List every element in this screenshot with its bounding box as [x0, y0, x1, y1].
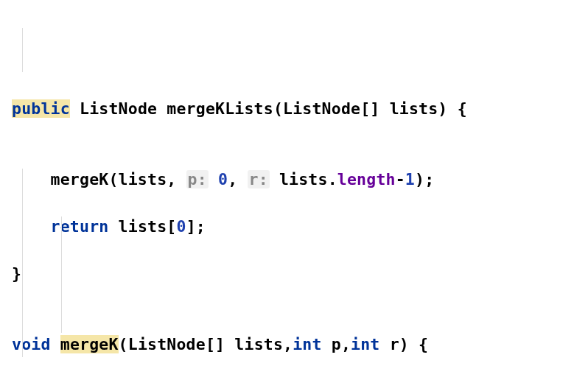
- param-hint-r: r:: [248, 170, 270, 188]
- keyword-void: void: [12, 335, 51, 353]
- code-line: public ListNode mergeKLists(ListNode[] l…: [12, 97, 588, 121]
- txt: [51, 335, 60, 353]
- txt: [12, 217, 51, 236]
- param-hint-p: p:: [186, 170, 209, 188]
- txt: ListNode mergeKLists(ListNode[] lists) {: [70, 99, 467, 118]
- code-line: }: [12, 262, 588, 286]
- txt: mergeK(lists,: [12, 170, 186, 188]
- keyword-return: return: [51, 217, 109, 236]
- number: 0: [176, 217, 186, 236]
- txt: }: [12, 264, 21, 283]
- txt: [209, 170, 218, 188]
- txt: ,: [228, 170, 247, 188]
- fn-name-mergeK: mergeK: [60, 335, 119, 353]
- number: 0: [218, 170, 228, 188]
- code-line: void mergeK(ListNode[] lists,int p,int r…: [12, 333, 588, 356]
- indent-guide: [22, 28, 23, 72]
- txt: (ListNode[] lists,: [119, 335, 293, 353]
- keyword-int: int: [351, 335, 379, 353]
- indent-guide: [22, 169, 23, 357]
- txt: );: [415, 170, 434, 188]
- txt: lists.: [270, 170, 337, 188]
- code-line: mergeK(lists, p: 0, r: lists.length-1);: [12, 168, 588, 191]
- code-block: public ListNode mergeKLists(ListNode[] l…: [0, 0, 588, 377]
- keyword-public: public: [12, 99, 70, 118]
- txt: -: [396, 170, 405, 188]
- indent-guide: [61, 216, 62, 333]
- keyword-int: int: [293, 335, 321, 353]
- number: 1: [405, 170, 415, 188]
- txt: ];: [186, 217, 206, 236]
- txt: r) {: [380, 335, 429, 353]
- property-length: length: [337, 170, 396, 188]
- code-line: return lists[0];: [12, 215, 588, 239]
- txt: p,: [322, 335, 351, 353]
- txt: lists[: [108, 217, 176, 236]
